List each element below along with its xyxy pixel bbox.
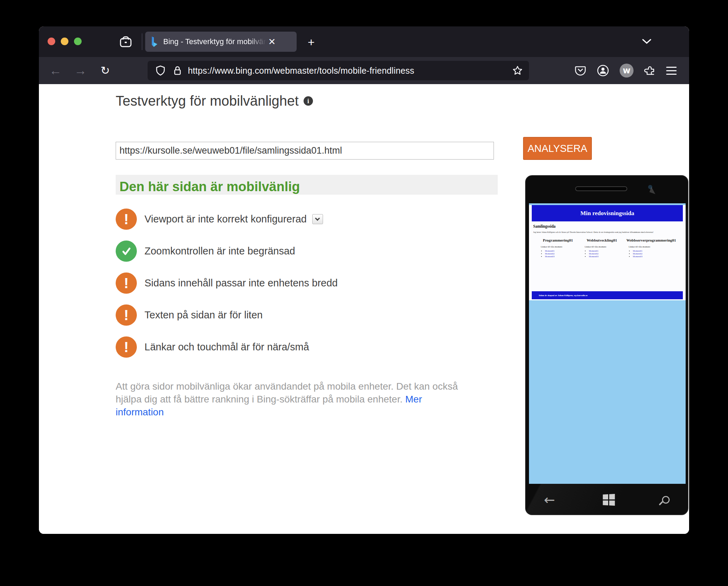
preview-link: Moment01 <box>589 250 598 252</box>
preview-header-bar: Min redovisningssida <box>532 205 683 221</box>
tab-title: Bing - Testverktyg för mobilvänl <box>163 37 267 46</box>
tab-bing-testverktyg[interactable]: Bing - Testverktyg för mobilvänl ✕ <box>145 32 297 52</box>
preview-link: Moment02 <box>633 252 643 255</box>
test-url-input[interactable] <box>116 142 494 160</box>
preview-columns: Programmering01 Länkar till våra moment:… <box>533 238 681 258</box>
analyze-button[interactable]: ANALYSERA <box>523 137 592 160</box>
page-content: Testverktyg för mobilvänlighet i ANALYSE… <box>39 84 689 534</box>
windows-logo-icon <box>603 494 615 506</box>
new-tab-button[interactable]: + <box>308 35 315 49</box>
chevron-down-icon[interactable] <box>642 38 652 44</box>
preview-intro-text: Jag heter Johan Källgren och är lärare p… <box>533 231 681 233</box>
extensions-puzzle-icon[interactable] <box>644 65 656 76</box>
reload-button[interactable]: ↻ <box>96 57 115 84</box>
check-icon <box>116 241 137 262</box>
lock-icon[interactable] <box>173 65 182 76</box>
preview-column-programmering: Programmering01 Länkar till våra moment:… <box>536 238 580 258</box>
preview-page: Min redovisningssida Samlingssida Jag he… <box>529 205 686 300</box>
expand-details-button[interactable] <box>312 214 323 224</box>
bookmark-star-icon[interactable] <box>512 65 523 76</box>
phone-search-icon <box>662 496 670 504</box>
check-row-width: ! Sidans innehåll passar inte enhetens b… <box>116 272 338 294</box>
shield-icon[interactable] <box>156 65 165 76</box>
check-row-zoom: Zoomkontrollen är inte begränsad <box>116 241 338 262</box>
url-bar[interactable]: https://www.bing.com/webmaster/tools/mob… <box>148 61 529 80</box>
phone-speaker <box>575 186 627 191</box>
menu-hamburger-icon[interactable] <box>666 67 677 75</box>
phone-back-icon: ← <box>544 492 555 507</box>
phone-camera-icon <box>648 185 652 189</box>
minimize-window-button[interactable] <box>61 38 68 45</box>
bing-logo-icon <box>151 36 158 47</box>
preview-link: Moment01 <box>633 250 643 252</box>
preview-link: Moment01 <box>545 250 555 252</box>
close-window-button[interactable] <box>48 38 55 45</box>
warning-icon: ! <box>116 336 137 358</box>
check-row-viewport: ! Viewport är inte korrekt konfigurerad <box>116 209 338 230</box>
check-row-textsize: ! Texten på sidan är för liten <box>116 304 338 326</box>
page-title: Testverktyg för mobilvänlighet i <box>116 93 313 109</box>
warning-icon: ! <box>116 209 137 230</box>
zoom-window-button[interactable] <box>74 38 82 45</box>
preview-link: Moment02 <box>589 252 598 255</box>
phone-nav-bar: ← <box>526 484 688 515</box>
preview-link: Moment03 <box>545 255 555 258</box>
preview-footer-bar: Sidan är skapad av Johan Källgren, wp.ku… <box>532 291 683 299</box>
traffic-lights <box>48 38 82 45</box>
footer-note: Att göra sidor mobilvänliga ökar använda… <box>116 380 461 418</box>
phone-preview: Min redovisningssida Samlingssida Jag he… <box>525 175 688 515</box>
check-list: ! Viewport är inte korrekt konfigurerad … <box>116 209 338 368</box>
preview-column-webbserver: Webbserverprogrammering01 Länkar till vå… <box>624 238 679 258</box>
close-tab-icon[interactable]: ✕ <box>268 37 276 46</box>
preview-link: Moment03 <box>633 255 643 258</box>
navigation-bar: ← → ↻ https://www.bing.com/webmaster/too… <box>39 57 689 84</box>
result-heading: Den här sidan är mobilvänlig <box>119 179 300 194</box>
firefox-view-icon[interactable] <box>119 36 132 48</box>
tabbar-divider <box>142 33 142 50</box>
info-icon[interactable]: i <box>304 96 313 106</box>
browser-window: Bing - Testverktyg för mobilvänl ✕ + ← →… <box>39 26 689 534</box>
check-row-touch: ! Länkar och touchmål är för nära/små <box>116 336 338 358</box>
preview-section-heading: Samlingssida <box>533 224 681 228</box>
preview-link: Moment03 <box>589 255 598 258</box>
forward-button[interactable]: → <box>71 57 90 84</box>
back-button[interactable]: ← <box>46 57 65 84</box>
title-bar: Bing - Testverktyg för mobilvänl ✕ + <box>39 26 689 57</box>
extension-w-icon[interactable]: w <box>620 64 634 78</box>
warning-icon: ! <box>116 272 137 294</box>
phone-screen: Min redovisningssida Samlingssida Jag he… <box>529 203 686 484</box>
pocket-icon[interactable] <box>574 65 586 76</box>
preview-column-webbutveckling: Webbutveckling01 Länkar till våra moment… <box>580 238 623 258</box>
url-text: https://www.bing.com/webmaster/tools/mob… <box>188 66 414 76</box>
warning-icon: ! <box>116 304 137 326</box>
account-icon[interactable] <box>597 64 609 77</box>
preview-link: Moment02 <box>545 252 555 255</box>
